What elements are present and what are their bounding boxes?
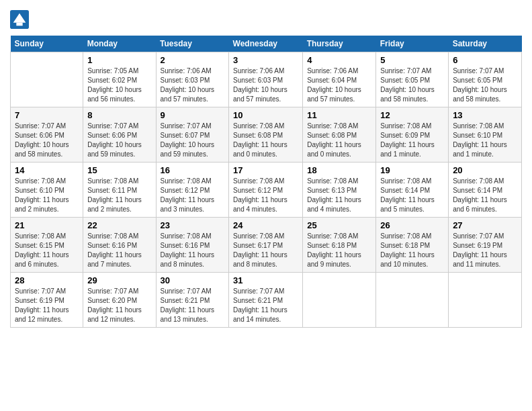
day-info: Sunrise: 7:08 AM Sunset: 6:18 PM Dayligh… (307, 232, 371, 269)
weekday-header: Monday (83, 36, 156, 52)
logo (10, 10, 31, 29)
calendar-cell: 15Sunrise: 7:08 AM Sunset: 6:11 PM Dayli… (83, 163, 156, 218)
weekday-header: Tuesday (156, 36, 229, 52)
svg-rect-2 (16, 23, 22, 26)
weekday-header: Wednesday (229, 36, 303, 52)
day-number: 23 (161, 220, 225, 230)
calendar-cell: 31Sunrise: 7:07 AM Sunset: 6:21 PM Dayli… (229, 273, 303, 328)
day-info: Sunrise: 7:08 AM Sunset: 6:15 PM Dayligh… (15, 232, 79, 269)
day-number: 3 (233, 55, 298, 65)
calendar-cell: 4Sunrise: 7:06 AM Sunset: 6:04 PM Daylig… (303, 52, 376, 107)
calendar-cell: 1Sunrise: 7:05 AM Sunset: 6:02 PM Daylig… (83, 52, 156, 107)
day-number: 26 (380, 220, 444, 230)
day-info: Sunrise: 7:08 AM Sunset: 6:08 PM Dayligh… (233, 122, 298, 159)
day-info: Sunrise: 7:08 AM Sunset: 6:10 PM Dayligh… (453, 122, 517, 159)
weekday-header: Saturday (449, 36, 522, 52)
day-info: Sunrise: 7:06 AM Sunset: 6:03 PM Dayligh… (233, 66, 298, 104)
calendar-cell (303, 273, 376, 328)
calendar-cell: 23Sunrise: 7:08 AM Sunset: 6:16 PM Dayli… (156, 218, 229, 273)
calendar-cell: 21Sunrise: 7:08 AM Sunset: 6:15 PM Dayli… (11, 218, 83, 273)
day-number: 4 (307, 55, 371, 65)
calendar-cell (11, 52, 83, 107)
calendar-cell: 6Sunrise: 7:07 AM Sunset: 6:05 PM Daylig… (449, 52, 522, 107)
calendar-cell: 3Sunrise: 7:06 AM Sunset: 6:03 PM Daylig… (229, 52, 303, 107)
day-number: 15 (87, 165, 151, 175)
day-info: Sunrise: 7:07 AM Sunset: 6:05 PM Dayligh… (453, 66, 517, 104)
calendar-cell: 28Sunrise: 7:07 AM Sunset: 6:19 PM Dayli… (11, 273, 83, 328)
day-number: 1 (87, 55, 151, 65)
day-number: 12 (380, 110, 444, 120)
calendar-cell: 20Sunrise: 7:08 AM Sunset: 6:14 PM Dayli… (449, 163, 522, 218)
day-info: Sunrise: 7:06 AM Sunset: 6:03 PM Dayligh… (161, 66, 225, 104)
day-info: Sunrise: 7:08 AM Sunset: 6:09 PM Dayligh… (380, 122, 444, 159)
calendar-cell: 2Sunrise: 7:06 AM Sunset: 6:03 PM Daylig… (156, 52, 229, 107)
day-info: Sunrise: 7:07 AM Sunset: 6:05 PM Dayligh… (380, 66, 444, 104)
calendar-cell: 13Sunrise: 7:08 AM Sunset: 6:10 PM Dayli… (449, 107, 522, 163)
day-info: Sunrise: 7:07 AM Sunset: 6:21 PM Dayligh… (161, 287, 225, 324)
day-number: 9 (161, 110, 225, 120)
day-info: Sunrise: 7:07 AM Sunset: 6:19 PM Dayligh… (15, 287, 79, 324)
day-info: Sunrise: 7:08 AM Sunset: 6:17 PM Dayligh… (233, 232, 298, 269)
day-number: 18 (307, 165, 371, 175)
calendar-cell: 12Sunrise: 7:08 AM Sunset: 6:09 PM Dayli… (376, 107, 449, 163)
day-number: 20 (453, 165, 517, 175)
calendar-cell: 26Sunrise: 7:08 AM Sunset: 6:18 PM Dayli… (376, 218, 449, 273)
page-container: SundayMondayTuesdayWednesdayThursdayFrid… (0, 0, 532, 334)
calendar-cell: 18Sunrise: 7:08 AM Sunset: 6:13 PM Dayli… (303, 163, 376, 218)
calendar-week-row: 1Sunrise: 7:05 AM Sunset: 6:02 PM Daylig… (11, 52, 522, 107)
calendar-cell: 5Sunrise: 7:07 AM Sunset: 6:05 PM Daylig… (376, 52, 449, 107)
day-number: 28 (15, 275, 79, 285)
day-number: 7 (15, 110, 79, 120)
calendar-cell: 27Sunrise: 7:07 AM Sunset: 6:19 PM Dayli… (449, 218, 522, 273)
calendar-cell: 9Sunrise: 7:07 AM Sunset: 6:07 PM Daylig… (156, 107, 229, 163)
weekday-header: Sunday (11, 36, 83, 52)
day-number: 16 (161, 165, 225, 175)
day-number: 2 (161, 55, 225, 65)
day-number: 11 (307, 110, 371, 120)
calendar-week-row: 14Sunrise: 7:08 AM Sunset: 6:10 PM Dayli… (11, 163, 522, 218)
day-info: Sunrise: 7:08 AM Sunset: 6:18 PM Dayligh… (380, 232, 444, 269)
day-info: Sunrise: 7:06 AM Sunset: 6:04 PM Dayligh… (307, 66, 371, 104)
day-number: 22 (87, 220, 151, 230)
day-info: Sunrise: 7:05 AM Sunset: 6:02 PM Dayligh… (87, 66, 151, 104)
calendar-cell (376, 273, 449, 328)
day-info: Sunrise: 7:08 AM Sunset: 6:08 PM Dayligh… (307, 122, 371, 159)
day-number: 17 (233, 165, 298, 175)
day-info: Sunrise: 7:07 AM Sunset: 6:20 PM Dayligh… (87, 287, 151, 324)
day-info: Sunrise: 7:08 AM Sunset: 6:14 PM Dayligh… (453, 177, 517, 214)
calendar-cell: 11Sunrise: 7:08 AM Sunset: 6:08 PM Dayli… (303, 107, 376, 163)
calendar-week-row: 21Sunrise: 7:08 AM Sunset: 6:15 PM Dayli… (11, 218, 522, 273)
day-info: Sunrise: 7:07 AM Sunset: 6:06 PM Dayligh… (87, 122, 151, 159)
calendar-cell: 16Sunrise: 7:08 AM Sunset: 6:12 PM Dayli… (156, 163, 229, 218)
calendar-cell: 19Sunrise: 7:08 AM Sunset: 6:14 PM Dayli… (376, 163, 449, 218)
day-info: Sunrise: 7:08 AM Sunset: 6:16 PM Dayligh… (161, 232, 225, 269)
header (10, 10, 522, 29)
day-number: 30 (161, 275, 225, 285)
calendar-cell: 25Sunrise: 7:08 AM Sunset: 6:18 PM Dayli… (303, 218, 376, 273)
day-number: 27 (453, 220, 517, 230)
day-number: 13 (453, 110, 517, 120)
day-info: Sunrise: 7:07 AM Sunset: 6:06 PM Dayligh… (15, 122, 79, 159)
day-number: 31 (233, 275, 298, 285)
calendar-cell: 30Sunrise: 7:07 AM Sunset: 6:21 PM Dayli… (156, 273, 229, 328)
day-info: Sunrise: 7:08 AM Sunset: 6:14 PM Dayligh… (380, 177, 444, 214)
day-number: 14 (15, 165, 79, 175)
weekday-header: Friday (376, 36, 449, 52)
day-info: Sunrise: 7:08 AM Sunset: 6:11 PM Dayligh… (87, 177, 151, 214)
calendar-cell: 8Sunrise: 7:07 AM Sunset: 6:06 PM Daylig… (83, 107, 156, 163)
calendar-cell: 29Sunrise: 7:07 AM Sunset: 6:20 PM Dayli… (83, 273, 156, 328)
calendar-cell: 22Sunrise: 7:08 AM Sunset: 6:16 PM Dayli… (83, 218, 156, 273)
day-info: Sunrise: 7:07 AM Sunset: 6:07 PM Dayligh… (161, 122, 225, 159)
day-number: 24 (233, 220, 298, 230)
day-info: Sunrise: 7:08 AM Sunset: 6:16 PM Dayligh… (87, 232, 151, 269)
day-number: 29 (87, 275, 151, 285)
day-number: 21 (15, 220, 79, 230)
day-number: 5 (380, 55, 444, 65)
calendar-cell: 24Sunrise: 7:08 AM Sunset: 6:17 PM Dayli… (229, 218, 303, 273)
day-info: Sunrise: 7:08 AM Sunset: 6:12 PM Dayligh… (161, 177, 225, 214)
calendar-week-row: 7Sunrise: 7:07 AM Sunset: 6:06 PM Daylig… (11, 107, 522, 163)
day-number: 10 (233, 110, 298, 120)
day-number: 8 (87, 110, 151, 120)
logo-icon (10, 10, 29, 29)
day-number: 6 (453, 55, 517, 65)
